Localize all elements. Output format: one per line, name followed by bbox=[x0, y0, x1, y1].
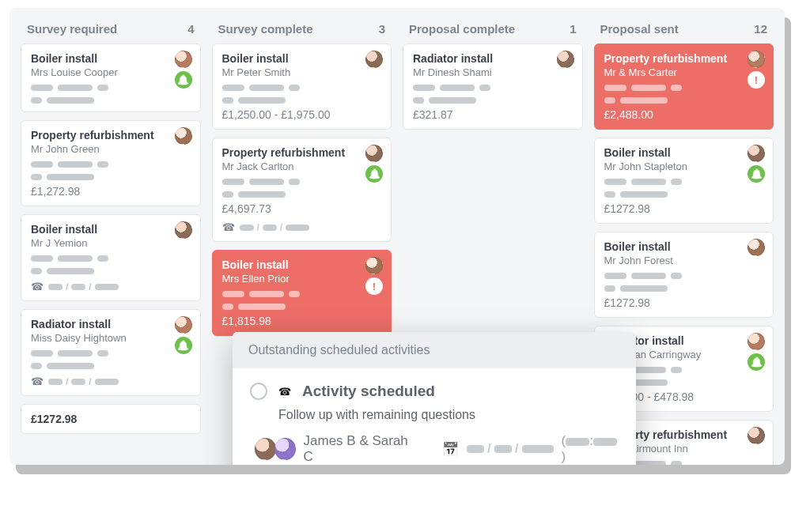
address-placeholder bbox=[31, 97, 191, 104]
card-customer: Mrs Louise Cooper bbox=[31, 66, 191, 78]
card-title: Property refurbishment bbox=[222, 146, 382, 159]
column-title: Proposal sent bbox=[600, 22, 679, 36]
customer-avatar bbox=[748, 51, 765, 68]
address-placeholder bbox=[222, 97, 382, 104]
card-price: £1272.98 bbox=[604, 296, 764, 309]
customer-avatar bbox=[175, 127, 192, 145]
column-count: 4 bbox=[187, 22, 194, 36]
customer-avatar bbox=[175, 51, 192, 68]
customer-avatar bbox=[748, 145, 765, 162]
activity-popover: Outstanding scheduled activities Activit… bbox=[233, 332, 636, 465]
customer-avatar bbox=[365, 145, 383, 162]
card-title: Boiler install bbox=[222, 52, 382, 65]
column-title: Survey required bbox=[27, 22, 117, 36]
card-price: £321.87 bbox=[413, 108, 573, 121]
job-card[interactable]: Boiler installMr John Stapleton£1272.98 bbox=[594, 138, 774, 224]
job-card[interactable]: Boiler installMr J Yemion// bbox=[21, 214, 201, 301]
address-placeholder bbox=[31, 255, 191, 262]
address-placeholder bbox=[31, 350, 191, 357]
activity-time-placeholder: (:) bbox=[562, 433, 619, 465]
activity-complete-radio[interactable] bbox=[250, 383, 267, 400]
card-customer: Mr Dinesh Shami bbox=[413, 66, 573, 78]
job-card[interactable]: Radiator installMiss Daisy Hightown// bbox=[21, 309, 201, 396]
customer-avatar bbox=[365, 257, 383, 274]
bell-icon bbox=[748, 165, 765, 183]
address-placeholder bbox=[604, 191, 764, 198]
address-placeholder bbox=[31, 174, 191, 180]
bell-icon bbox=[175, 71, 192, 89]
assignee-avatar bbox=[274, 438, 296, 460]
job-card[interactable]: Property refurbishmentMr John Green£1,27… bbox=[21, 120, 201, 206]
customer-avatar bbox=[748, 427, 765, 444]
column-title: Proposal complete bbox=[409, 22, 515, 36]
customer-avatar bbox=[557, 51, 574, 68]
alert-icon bbox=[748, 71, 765, 89]
card-title: Boiler install bbox=[31, 52, 191, 65]
column: Survey required4Boiler installMrs Louise… bbox=[21, 19, 201, 465]
address-placeholder bbox=[31, 363, 191, 369]
calendar-icon bbox=[442, 441, 459, 458]
card-title: Boiler install bbox=[222, 258, 382, 271]
address-placeholder bbox=[31, 268, 191, 274]
address-placeholder bbox=[604, 273, 764, 279]
customer-avatar bbox=[175, 221, 192, 239]
job-card[interactable]: Boiler installMrs Louise Cooper bbox=[21, 43, 201, 112]
job-card[interactable]: Boiler installMrs Ellen Prior£1,815.98 bbox=[212, 250, 392, 336]
bell-icon bbox=[365, 165, 383, 183]
followup-row: // bbox=[31, 375, 191, 387]
followup-date-placeholder: // bbox=[48, 281, 119, 292]
card-price: £1,250.00 - £1,975.00 bbox=[222, 108, 382, 121]
card-title: Boiler install bbox=[31, 223, 191, 236]
address-placeholder bbox=[413, 97, 573, 104]
card-title: Radiator install bbox=[413, 52, 573, 65]
card-price: £1,272.98 bbox=[31, 185, 191, 198]
kanban-board: Survey required4Boiler installMrs Louise… bbox=[9, 8, 785, 465]
assignee-names: James B & Sarah C bbox=[304, 433, 416, 465]
card-title: Property refurbishment bbox=[604, 52, 764, 65]
card-title: Boiler install bbox=[604, 240, 764, 253]
job-card[interactable]: Property refurbishmentMr & Mrs Carter£2,… bbox=[594, 43, 774, 130]
phone-icon bbox=[31, 375, 44, 387]
address-placeholder bbox=[31, 85, 191, 91]
customer-avatar bbox=[748, 239, 765, 256]
bell-icon bbox=[748, 353, 765, 371]
job-card[interactable]: Boiler installMr Peter Smith£1,250.00 - … bbox=[212, 43, 392, 130]
column-title: Survey complete bbox=[218, 22, 313, 36]
card-title: Property refurbishment bbox=[31, 129, 191, 141]
address-placeholder bbox=[222, 85, 382, 91]
card-customer: Mr Jack Carlton bbox=[222, 160, 382, 172]
card-customer: Mr John Stapleton bbox=[604, 160, 764, 172]
job-card[interactable]: Radiator installMr Dinesh Shami£321.87 bbox=[403, 43, 583, 130]
card-price: £1272.98 bbox=[604, 202, 764, 215]
column-count: 3 bbox=[379, 22, 385, 36]
job-card[interactable]: Boiler installMr John Forest£1272.98 bbox=[594, 232, 774, 318]
activity-date-placeholder: // bbox=[467, 441, 553, 457]
card-customer: Mr John Green bbox=[31, 143, 191, 155]
address-placeholder bbox=[604, 285, 764, 292]
column-count: 1 bbox=[570, 22, 576, 36]
address-placeholder bbox=[222, 291, 382, 297]
card-customer: Miss Daisy Hightown bbox=[31, 332, 191, 344]
phone-icon bbox=[278, 384, 291, 398]
address-placeholder bbox=[413, 85, 573, 91]
alert-icon bbox=[365, 277, 383, 295]
card-title: Radiator install bbox=[31, 318, 191, 330]
card-customer: Mrs Ellen Prior bbox=[222, 273, 382, 285]
card-title: Boiler install bbox=[604, 146, 764, 159]
activity-title: Activity scheduled bbox=[302, 383, 435, 400]
card-customer: Mr J Yemion bbox=[31, 237, 191, 249]
customer-avatar bbox=[365, 51, 383, 68]
activity-description: Follow up with remaining questions bbox=[278, 408, 619, 422]
job-card[interactable]: Property refurbishmentMr Jack Carlton£4,… bbox=[212, 138, 392, 242]
card-customer: Mr Peter Smith bbox=[222, 66, 382, 78]
phone-icon bbox=[222, 221, 235, 233]
card-price: £1,815.98 bbox=[222, 315, 382, 327]
followup-row: // bbox=[222, 221, 382, 233]
phone-icon bbox=[31, 281, 44, 292]
address-placeholder bbox=[222, 191, 382, 198]
column-total: £1272.98 bbox=[21, 404, 201, 434]
followup-row: // bbox=[31, 281, 191, 292]
card-customer: Mr & Mrs Carter bbox=[604, 66, 764, 78]
popover-header: Outstanding scheduled activities bbox=[233, 332, 636, 368]
customer-avatar bbox=[748, 333, 765, 350]
